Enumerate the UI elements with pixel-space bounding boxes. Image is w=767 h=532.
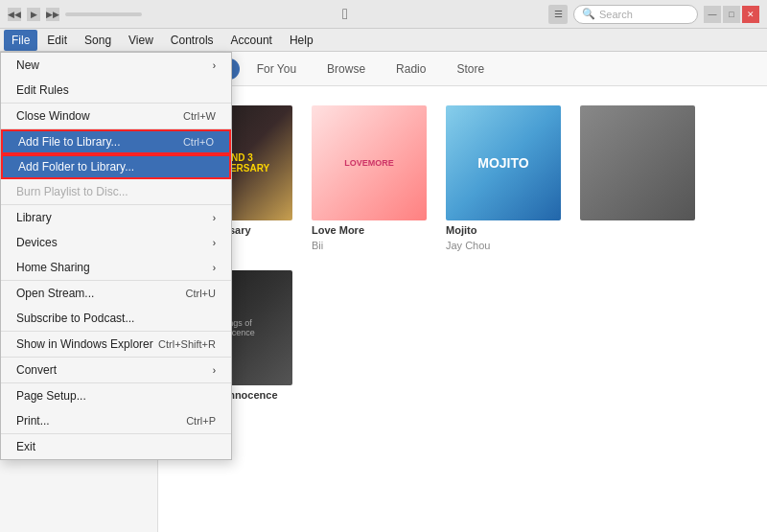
forward-button[interactable]: ▶▶ <box>46 8 59 21</box>
arrow-icon: › <box>213 238 216 248</box>
menu-subscribe-podcast[interactable]: Subscribe to Podcast... <box>1 306 231 331</box>
dropdown-section-8: Page Setup... Print... Ctrl+P <box>1 383 231 434</box>
title-bar-center:  <box>142 6 548 23</box>
album-title-2: Love More <box>312 224 427 236</box>
menu-burn-playlist[interactable]: Burn Playlist to Disc... <box>1 179 231 204</box>
list-item[interactable]: Love More Bii <box>312 105 427 251</box>
list-view-icon[interactable]: ☰ <box>548 5 568 24</box>
album-title-3: Mojito <box>446 224 561 236</box>
menu-library-sub[interactable]: Library › <box>1 205 231 230</box>
tab-store[interactable]: Store <box>443 58 498 80</box>
title-bar-right: ☰ 🔍 Search — □ ✕ <box>548 5 759 24</box>
arrow-icon: › <box>213 365 216 376</box>
menu-add-file[interactable]: Add File to Library... Ctrl+O <box>1 129 231 154</box>
menu-item-view[interactable]: View <box>121 30 161 51</box>
arrow-icon: › <box>213 263 216 273</box>
list-item[interactable] <box>580 105 695 251</box>
menu-item-song[interactable]: Song <box>77 30 119 51</box>
album-grid: th Anniversary Love More Bii Mojito Jay … <box>158 86 767 435</box>
dropdown-section-5: Open Stream... Ctrl+U Subscribe to Podca… <box>1 281 231 332</box>
menu-add-folder[interactable]: Add Folder to Library... <box>1 154 231 179</box>
tab-browse[interactable]: Browse <box>314 58 379 80</box>
nav-tabs: Library For You Browse Radio Store <box>158 52 767 86</box>
album-artist-2: Bii <box>312 240 427 251</box>
menu-open-stream[interactable]: Open Stream... Ctrl+U <box>1 281 231 306</box>
dropdown-section-2: Close Window Ctrl+W <box>1 104 231 129</box>
apple-logo-icon:  <box>342 6 348 23</box>
window-controls: — □ ✕ <box>704 6 759 23</box>
maximize-button[interactable]: □ <box>723 6 740 23</box>
dropdown-section-6: Show in Windows Explorer Ctrl+Shift+R <box>1 332 231 358</box>
dropdown-section-9: Exit <box>1 434 231 459</box>
album-cover-2 <box>312 105 427 220</box>
menu-item-controls[interactable]: Controls <box>163 30 221 51</box>
dropdown-section-7: Convert › <box>1 358 231 383</box>
close-button[interactable]: ✕ <box>742 6 759 23</box>
search-icon: 🔍 <box>582 8 595 20</box>
menu-edit-rules[interactable]: Edit Rules <box>1 78 231 103</box>
title-bar: ◀◀ ▶ ▶▶  ☰ 🔍 Search — □ ✕ <box>0 0 767 29</box>
menu-item-file[interactable]: File <box>4 30 37 51</box>
album-cover-4 <box>580 105 695 220</box>
dropdown-section-4: Library › Devices › Home Sharing › <box>1 205 231 281</box>
dropdown-section-3: Add File to Library... Ctrl+O Add Folder… <box>1 129 231 205</box>
main-layout: Library For You Browse Radio Store th An… <box>0 52 767 532</box>
menu-home-sharing[interactable]: Home Sharing › <box>1 255 231 280</box>
menu-item-edit[interactable]: Edit <box>39 30 75 51</box>
title-bar-left: ◀◀ ▶ ▶▶ <box>8 8 142 21</box>
menu-convert[interactable]: Convert › <box>1 358 231 382</box>
tab-for-you[interactable]: For You <box>244 58 310 80</box>
album-cover-3 <box>446 105 561 220</box>
menu-item-help[interactable]: Help <box>282 30 321 51</box>
content-area: Library For You Browse Radio Store th An… <box>158 52 767 532</box>
play-button[interactable]: ▶ <box>27 8 40 21</box>
file-dropdown-menu: New › Edit Rules Close Window Ctrl+W Add… <box>0 52 232 460</box>
menu-close-window[interactable]: Close Window Ctrl+W <box>1 104 231 128</box>
menu-devices[interactable]: Devices › <box>1 230 231 255</box>
back-button[interactable]: ◀◀ <box>8 8 21 21</box>
list-item[interactable]: Mojito Jay Chou <box>446 105 561 251</box>
progress-bar[interactable] <box>65 12 142 16</box>
menu-item-account[interactable]: Account <box>223 30 280 51</box>
menu-new[interactable]: New › <box>1 53 231 78</box>
menu-page-setup[interactable]: Page Setup... <box>1 383 231 408</box>
search-placeholder: Search <box>599 9 633 20</box>
arrow-icon: › <box>213 60 216 71</box>
arrow-icon: › <box>213 213 216 223</box>
menu-bar: File Edit Song View Controls Account Hel… <box>0 29 767 52</box>
menu-show-explorer[interactable]: Show in Windows Explorer Ctrl+Shift+R <box>1 332 231 357</box>
minimize-button[interactable]: — <box>704 6 721 23</box>
menu-exit[interactable]: Exit <box>1 434 231 459</box>
menu-print[interactable]: Print... Ctrl+P <box>1 408 231 433</box>
dropdown-section-1: New › Edit Rules <box>1 53 231 104</box>
tab-radio[interactable]: Radio <box>383 58 439 80</box>
album-artist-3: Jay Chou <box>446 240 561 251</box>
search-box[interactable]: 🔍 Search <box>573 5 698 24</box>
